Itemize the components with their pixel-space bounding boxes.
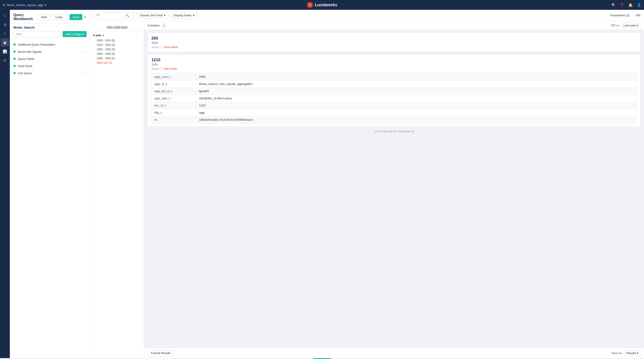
help-icon[interactable]: ❓ <box>620 3 624 7</box>
facet-item[interactable]: 1930 - 1940 (0) <box>93 52 141 56</box>
app-name-chevron-icon: ▾ <box>45 3 46 7</box>
table-row: aggr_type_s click@doc_id,filters,query <box>152 95 636 102</box>
stage-name: Additional Query Parameters <box>18 43 80 46</box>
stage-dot <box>14 65 16 67</box>
results-summary: 1-3 of 3 docs (9 ms, max-score 1) <box>148 129 640 134</box>
field-value: click@doc_id,filters,query <box>196 95 636 102</box>
display-fields-button[interactable]: Display Fields ▾ <box>170 12 198 18</box>
sidebar-settings-icon[interactable]: ⚙ <box>1 56 9 64</box>
show-fields-link[interactable]: show fields <box>164 46 178 49</box>
diff-value-dropdown[interactable]: Last save ▾ <box>622 23 640 28</box>
filter-input[interactable] <box>14 31 61 37</box>
stage-name: Query Fields <box>18 57 80 60</box>
hide-fields-link[interactable]: hide fields <box>164 67 177 70</box>
field-key: id <box>152 116 196 124</box>
query-input-wrap: 🔍 <box>94 12 134 18</box>
sort-field-button[interactable]: Choose Sort Field ▾ <box>136 12 168 18</box>
add-field-facet-section: Add a field facet <box>90 24 144 31</box>
query-input[interactable] <box>96 14 126 17</box>
stage-item-solr-query[interactable]: Solr Query ⋮⋮ <box>10 70 90 77</box>
workbench-panel: Query Workbench New Load... Save × Movie… <box>10 10 90 358</box>
bottom-bar: Format Results View As: Results ▾ <box>144 348 644 358</box>
save-button[interactable]: Save <box>70 14 82 20</box>
nav-icons: 🔍 ❓ 🔔 👤 <box>611 3 641 7</box>
stage-item-query-fields[interactable]: Query Fields ⋮⋮ <box>10 55 90 62</box>
sort-field-label: Choose Sort Field <box>139 14 162 17</box>
filter-row: Add a Stage ▾ <box>14 31 86 37</box>
facet-group-header: ▾ year_i ⋮⋮ <box>93 33 141 37</box>
app-name-section[interactable]: ☰ Movie_Search_signals_aggr ▾ <box>3 3 46 7</box>
facet-group-year: ▾ year_i ⋮⋮ 1900 - 1910 (0) 1910 - 1920 … <box>90 31 144 67</box>
close-button[interactable]: × <box>84 14 86 20</box>
sidebar-search-icon[interactable]: ◉ <box>1 38 9 46</box>
logo-text: Lucidworks <box>315 3 337 8</box>
stage-item-boost-signals[interactable]: Boost with Signals ⋮⋮ <box>10 48 90 55</box>
field-value: lgmy5H <box>196 88 636 95</box>
user-icon[interactable]: 👤 <box>637 3 641 7</box>
view-as-section: View As: Results ▾ <box>611 350 640 356</box>
add-stage-chevron-icon: ▾ <box>82 32 84 36</box>
results-panel: Compare + Diff vs: Last save ▾ <box>144 21 644 358</box>
field-key: flag_s <box>152 109 196 116</box>
workbench-title: Query Workbench <box>14 13 38 21</box>
parameters-link[interactable]: Parameters (2) <box>610 14 630 17</box>
sidebar-list-icon[interactable]: ≡ <box>1 30 9 38</box>
sidebar-chart-icon[interactable]: 📊 <box>1 48 9 56</box>
add-stage-button[interactable]: Add a Stage ▾ <box>62 31 86 37</box>
facet-item[interactable]: 1920 - 1930 (0) <box>93 47 141 52</box>
result-score: Score: 1 hide fields <box>152 67 636 70</box>
workbench-header: Query Workbench New Load... Save × <box>10 10 90 24</box>
new-button[interactable]: New <box>38 14 50 20</box>
table-row: aggr_job_id_s lgmy5H <box>152 88 636 95</box>
stage-item-additional-query[interactable]: Additional Query Parameters ⋮⋮ <box>10 41 90 48</box>
app-hamburger-icon: ☰ <box>3 3 5 7</box>
result-id: 260 <box>152 36 636 41</box>
field-key: aggr_id_s <box>152 80 196 88</box>
field-value: 2000 <box>196 73 636 80</box>
stage-drag-icon: ⋮⋮ <box>80 71 86 75</box>
result-num: 4000 <box>152 41 636 44</box>
sidebar-home-icon[interactable]: ⬡ <box>1 12 9 20</box>
results-content: 260 4000 Score: 1 show fields 1210 2000 … <box>144 30 644 348</box>
result-num: 2000 <box>152 63 636 66</box>
sidebar-grid-icon[interactable]: ⊞ <box>1 20 9 28</box>
stage-item-field-facet[interactable]: Field Facet ⋮⋮ <box>10 62 90 70</box>
result-card-1210: 1210 2000 Score: 1 hide fields aggr_coun… <box>148 54 640 127</box>
search-icon[interactable]: 🔍 <box>611 3 616 7</box>
pipeline-name: Movie_Search <box>14 26 86 29</box>
compare-add-button[interactable]: + <box>161 23 166 28</box>
result-score: Score: 1 show fields <box>152 46 636 49</box>
lw-logo-icon: ⬡ <box>307 2 313 8</box>
view-as-label: View As: <box>611 352 622 355</box>
uri-link[interactable]: URI <box>636 14 640 17</box>
stage-dot <box>14 50 16 53</box>
view-as-dropdown[interactable]: Results ▾ <box>624 350 640 356</box>
compare-label: Compare <box>148 24 160 27</box>
stage-drag-icon: ⋮⋮ <box>80 57 86 60</box>
view-as-chevron-icon: ▾ <box>637 352 638 355</box>
load-button[interactable]: Load... <box>52 14 68 20</box>
query-bar: 🔍 Choose Sort Field ▾ Display Fields ▾ P… <box>90 10 644 21</box>
stage-drag-icon: ⋮⋮ <box>80 64 86 68</box>
add-field-facet-link[interactable]: Add a field facet <box>107 25 128 28</box>
field-value: Movie_Search_click_signals_aggregation <box>196 80 636 88</box>
table-row: aggr_count_i 2000 <box>152 73 636 80</box>
facet-view-next-link[interactable]: View next 10 <box>93 60 141 65</box>
format-results-button[interactable]: Format Results <box>148 350 174 356</box>
result-card-260: 260 4000 Score: 1 show fields <box>148 33 640 52</box>
display-fields-chevron-icon: ▾ <box>193 14 194 17</box>
bell-icon[interactable]: 🔔 <box>628 3 633 7</box>
results-layout: Add a field facet ▾ year_i ⋮⋮ 1900 - 191… <box>90 21 644 358</box>
query-search-icon[interactable]: 🔍 <box>126 14 129 17</box>
facet-drag-icon: ⋮⋮ <box>135 33 141 37</box>
facet-item[interactable]: 1910 - 1920 (0) <box>93 43 141 47</box>
sort-field-chevron-icon: ▾ <box>164 14 166 17</box>
field-value: 1210 <box>196 102 636 109</box>
field-key: aggr_type_s <box>152 95 196 102</box>
result-id: 1210 <box>152 58 636 62</box>
facet-item[interactable]: 1900 - 1910 (0) <box>93 38 141 43</box>
facet-collapse-icon[interactable]: ▾ <box>93 34 94 37</box>
workbench-actions: New Load... Save × <box>38 14 86 20</box>
field-value: aggr <box>196 109 636 116</box>
facet-item[interactable]: 1940 - 1950 (0) <box>93 56 141 60</box>
